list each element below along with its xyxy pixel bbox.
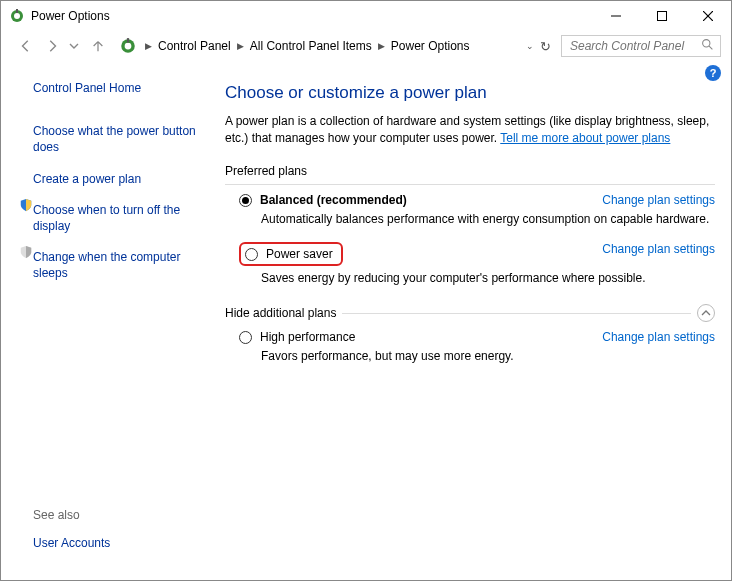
svg-rect-9 [127,38,129,43]
shield-icon [19,198,33,212]
plan-high-performance-desc: Favors performance, but may use more ene… [261,348,715,365]
radio-power-saver[interactable] [245,248,258,261]
breadcrumb-sep[interactable]: ▶ [233,41,248,51]
plan-high-performance-name[interactable]: High performance [260,330,355,344]
history-dropdown[interactable] [67,41,81,51]
sidebar: Control Panel Home Choose what the power… [1,61,209,580]
svg-line-11 [709,46,712,49]
user-accounts-link[interactable]: User Accounts [33,536,197,550]
learn-more-link[interactable]: Tell me more about power plans [500,131,670,145]
svg-point-10 [703,40,710,47]
sidebar-link-create-plan[interactable]: Create a power plan [33,171,141,187]
plan-power-saver: Power saver Change plan settings [239,242,715,266]
help-button[interactable]: ? [705,65,721,81]
breadcrumb-item[interactable]: All Control Panel Items [248,39,374,53]
plan-power-saver-name[interactable]: Power saver [266,247,333,261]
page-description: A power plan is a collection of hardware… [225,113,715,148]
address-dropdown[interactable]: ⌄ [526,41,534,51]
page-heading: Choose or customize a power plan [225,83,715,103]
sidebar-link-power-button[interactable]: Choose what the power button does [33,123,197,155]
shield-icon [19,245,33,259]
maximize-button[interactable] [639,1,685,31]
search-input[interactable] [568,38,701,54]
breadcrumb-sep[interactable]: ▶ [374,41,389,51]
hide-additional-label: Hide additional plans [225,306,336,320]
see-also-label: See also [33,508,197,522]
svg-point-8 [125,43,132,50]
back-button[interactable] [15,35,37,57]
breadcrumb-item[interactable]: Control Panel [156,39,233,53]
hide-additional-plans-row[interactable]: Hide additional plans [225,304,715,322]
address-bar[interactable]: ▶ Control Panel ▶ All Control Panel Item… [113,37,557,55]
breadcrumb-item[interactable]: Power Options [389,39,472,53]
window-title: Power Options [31,9,110,23]
main-panel: Choose or customize a power plan A power… [209,61,731,580]
plan-balanced: Balanced (recommended) Change plan setti… [239,193,715,207]
radio-high-performance[interactable] [239,331,252,344]
change-plan-settings-saver[interactable]: Change plan settings [602,242,715,256]
svg-rect-2 [16,9,18,13]
svg-point-1 [14,13,20,19]
plan-balanced-name[interactable]: Balanced (recommended) [260,193,407,207]
plan-power-saver-desc: Saves energy by reducing your computer's… [261,270,715,287]
navbar: ▶ Control Panel ▶ All Control Panel Item… [1,31,731,61]
power-saver-highlight: Power saver [239,242,343,266]
up-button[interactable] [87,35,109,57]
preferred-plans-label: Preferred plans [225,164,715,178]
power-options-icon [9,8,25,24]
forward-button[interactable] [41,35,63,57]
sidebar-link-turn-off-display[interactable]: Choose when to turn off the display [33,202,197,234]
radio-balanced[interactable] [239,194,252,207]
sidebar-link-computer-sleeps[interactable]: Change when the computer sleeps [33,249,197,281]
change-plan-settings-balanced[interactable]: Change plan settings [602,193,715,207]
control-panel-home-link[interactable]: Control Panel Home [33,80,197,96]
plan-balanced-desc: Automatically balances performance with … [261,211,715,228]
close-button[interactable] [685,1,731,31]
minimize-button[interactable] [593,1,639,31]
address-icon [119,37,137,55]
search-icon [701,38,714,54]
refresh-button[interactable]: ↻ [540,39,551,54]
change-plan-settings-high[interactable]: Change plan settings [602,330,715,344]
breadcrumb-sep[interactable]: ▶ [141,41,156,51]
search-box[interactable] [561,35,721,57]
collapse-icon[interactable] [697,304,715,322]
svg-rect-4 [658,12,667,21]
plan-high-performance: High performance Change plan settings [239,330,715,344]
titlebar: Power Options [1,1,731,31]
